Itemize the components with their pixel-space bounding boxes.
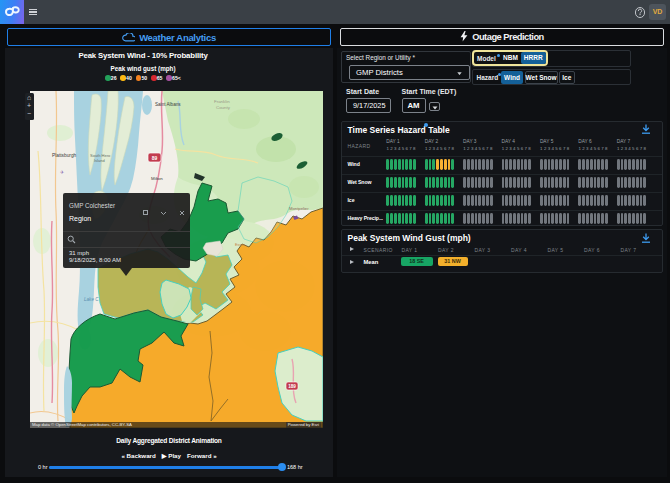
svg-text:89: 89	[152, 155, 158, 161]
svg-text:Essex: Essex	[235, 243, 245, 247]
svg-text:Island: Island	[94, 158, 105, 163]
svg-text:Saint Albans: Saint Albans	[155, 102, 181, 107]
svg-text:Montpelier: Montpelier	[289, 206, 309, 211]
svg-text:Lake C: Lake C	[84, 297, 99, 302]
svg-text:County: County	[216, 105, 231, 110]
svg-text:Franklin: Franklin	[214, 99, 230, 104]
svg-text:Plattsburgh: Plattsburgh	[52, 153, 77, 158]
svg-text:✈: ✈	[60, 169, 64, 175]
svg-text:189: 189	[288, 384, 296, 389]
svg-text:Milton: Milton	[151, 176, 163, 181]
